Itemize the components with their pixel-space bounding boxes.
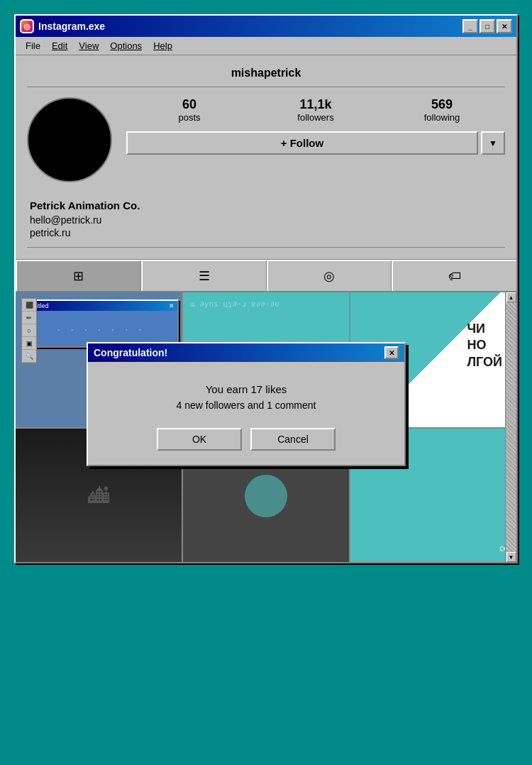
- title-bar-controls: _ □ ✕: [462, 19, 512, 33]
- following-label: following: [379, 112, 505, 123]
- posts-label: posts: [126, 112, 253, 123]
- title-bar: ◎ Instagram.exe _ □ ✕: [16, 16, 516, 37]
- dialog-cancel-button[interactable]: Cancel: [250, 428, 336, 451]
- menu-options[interactable]: Options: [106, 39, 146, 53]
- tab-tagged[interactable]: 🏷: [392, 260, 516, 291]
- list-icon: ☰: [199, 268, 210, 284]
- dialog-message: You earn 17 likes: [102, 383, 390, 395]
- following-count: 569: [379, 97, 505, 112]
- dialog-ok-button[interactable]: OK: [157, 428, 242, 451]
- username-display: mishapetrick: [27, 67, 505, 87]
- title-bar-left: ◎ Instagram.exe: [20, 19, 105, 33]
- dropdown-arrow-icon: ▼: [489, 138, 497, 148]
- followers-count: 11,1k: [253, 97, 379, 112]
- dialog-titlebar: Congratulation! ✕: [88, 343, 404, 362]
- profile-section: 60 posts 11,1k followers 569 following +…: [27, 97, 505, 182]
- close-button[interactable]: ✕: [497, 19, 512, 33]
- location-icon: ◎: [323, 268, 335, 284]
- menu-bar: File Edit View Options Help: [16, 37, 516, 55]
- stats-row: 60 posts 11,1k followers 569 following: [126, 97, 505, 123]
- followers-stat: 11,1k followers: [253, 97, 379, 123]
- avatar: [27, 97, 112, 182]
- menu-help[interactable]: Help: [149, 39, 177, 53]
- congratulation-dialog: Congratulation! ✕ You earn 17 likes 4 ne…: [87, 342, 406, 466]
- dialog-buttons: OK Cancel: [102, 428, 390, 451]
- follow-dropdown-button[interactable]: ▼: [481, 131, 505, 155]
- tabs-section: ⊞ ☰ ◎ 🏷: [16, 259, 516, 292]
- bio-section: Petrick Animation Co. hello@petrick.ru p…: [27, 192, 505, 248]
- grid-area: ⬛ ✏ ○ ▣ 🔍 Untitled ✕ · · · · · · ·: [16, 292, 516, 562]
- menu-view[interactable]: View: [74, 39, 103, 53]
- dialog-submessage: 4 new followers and 1 comment: [102, 400, 390, 411]
- tagged-icon: 🏷: [448, 269, 461, 284]
- dialog-close-button[interactable]: ✕: [384, 346, 399, 359]
- modal-overlay: Congratulation! ✕ You earn 17 likes 4 ne…: [16, 292, 516, 562]
- tab-grid[interactable]: ⊞: [16, 260, 141, 291]
- bio-website[interactable]: petrick.ru: [30, 227, 502, 238]
- tab-list[interactable]: ☰: [141, 260, 267, 291]
- tab-location[interactable]: ◎: [267, 260, 392, 291]
- minimize-button[interactable]: _: [462, 19, 478, 33]
- main-window: ◎ Instagram.exe _ □ ✕ File Edit View Opt…: [14, 14, 518, 563]
- bio-name: Petrick Animation Co.: [30, 199, 502, 211]
- profile-right: 60 posts 11,1k followers 569 following +…: [126, 97, 505, 155]
- app-icon: ◎: [20, 19, 34, 33]
- grid-icon: ⊞: [73, 268, 84, 284]
- dialog-body: You earn 17 likes 4 new followers and 1 …: [88, 362, 404, 465]
- follow-row: + Follow ▼: [126, 131, 505, 155]
- bio-email[interactable]: hello@petrick.ru: [30, 214, 502, 226]
- follow-button[interactable]: + Follow: [126, 131, 478, 155]
- menu-file[interactable]: File: [21, 39, 45, 53]
- main-content: mishapetrick 60 posts 11,1k followers: [16, 55, 516, 259]
- following-stat: 569 following: [379, 97, 505, 123]
- dialog-title: Congratulation!: [94, 347, 167, 358]
- maximize-button[interactable]: □: [480, 19, 495, 33]
- username-text: mishapetrick: [231, 67, 301, 79]
- posts-count: 60: [126, 97, 253, 112]
- followers-label: followers: [253, 112, 379, 123]
- posts-stat: 60 posts: [126, 97, 253, 123]
- menu-edit[interactable]: Edit: [48, 39, 72, 53]
- window-title: Instagram.exe: [38, 21, 105, 32]
